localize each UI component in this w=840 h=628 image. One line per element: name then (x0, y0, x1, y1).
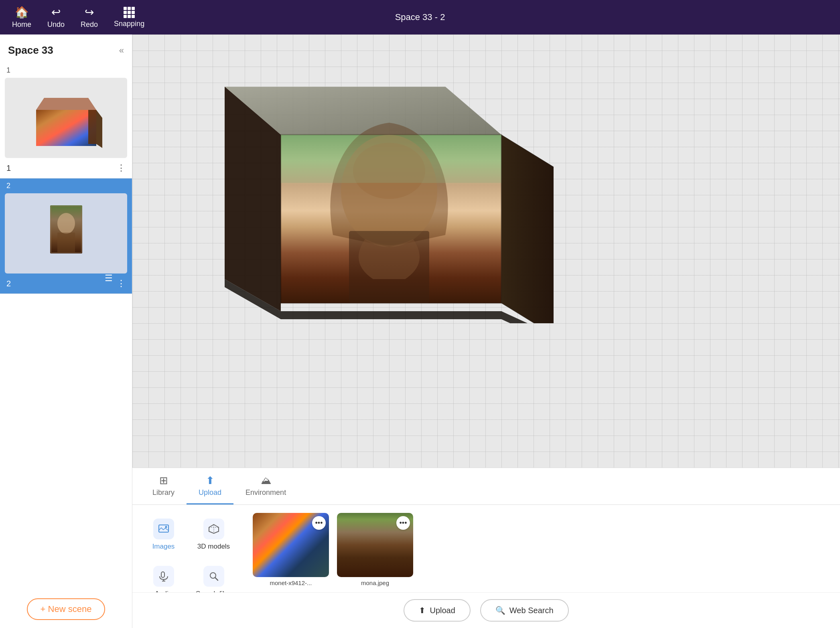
tab-library[interactable]: ⊞ Library (140, 468, 187, 504)
scene-list: 1 (0, 63, 132, 590)
home-icon: 🏠 (15, 6, 29, 19)
scene1-label: 1 (6, 164, 11, 173)
snapping-label: Snapping (114, 20, 144, 28)
svg-point-7 (57, 213, 75, 234)
category-panel: Images 3D models (132, 505, 245, 592)
svg-point-24 (165, 526, 167, 528)
svg-marker-0 (36, 98, 96, 110)
svg-rect-17 (281, 135, 501, 183)
tab-library-label: Library (152, 488, 174, 497)
category-images[interactable]: Images (140, 513, 187, 556)
web-search-icon: 🔍 (495, 606, 505, 615)
file-thumb-monet: ••• (253, 513, 329, 577)
tab-upload[interactable]: ⬆ Upload (187, 468, 233, 504)
search-files-icon (203, 566, 224, 587)
category-audio[interactable]: Audio (140, 560, 187, 592)
svg-rect-8 (57, 233, 75, 253)
scene-thumbnail-1 (5, 78, 127, 158)
scene2-footer: 2 ☰ ⋮ (0, 275, 132, 294)
scene-item-1[interactable]: 1 (0, 63, 132, 178)
tab-environment-label: Environment (246, 488, 286, 497)
svg-marker-18 (501, 135, 554, 323)
scene2-label: 2 (6, 279, 11, 288)
scene1-footer: 1 ⋮ (0, 160, 132, 178)
3d-models-label: 3D models (197, 543, 230, 551)
undo-icon: ↩ (51, 6, 61, 19)
scene-number-1: 1 (0, 63, 132, 76)
3d-cube-scene (172, 55, 554, 323)
action-bar: ⬆ Upload 🔍 Web Search (132, 592, 840, 628)
svg-marker-3 (88, 110, 96, 144)
audio-icon (153, 566, 174, 587)
monet-more-button[interactable]: ••• (312, 516, 326, 530)
scene-thumbnail-2 (5, 193, 127, 273)
tab-upload-label: Upload (199, 488, 221, 497)
category-3d-models[interactable]: 3D models (191, 513, 237, 556)
library-icon: ⊞ (159, 474, 168, 487)
sidebar: Space 33 « 1 (0, 34, 132, 628)
svg-rect-25 (161, 572, 164, 577)
files-area: ••• monet-x9412-... ••• mona.jpeg (245, 505, 840, 592)
scene2-thumbnail-svg (22, 197, 110, 269)
monet-filename: monet-x9412-... (253, 579, 329, 586)
panel-content: Images 3D models (132, 505, 840, 592)
undo-button[interactable]: ↩ Undo (47, 6, 65, 29)
snapping-icon (124, 7, 135, 18)
scene1-thumbnail-svg (22, 82, 110, 154)
upload-arrow-icon: ⬆ (419, 606, 426, 615)
redo-icon: ↪ (85, 6, 94, 19)
scene1-menu-button[interactable]: ⋮ (117, 163, 126, 173)
file-thumb-mona: ••• (337, 513, 413, 577)
app-title: Space 33 - 2 (395, 12, 445, 22)
scene-list-view-icon: ☰ (105, 273, 113, 284)
panel-tabs: ⊞ Library ⬆ Upload ⛰ Environment (132, 468, 840, 505)
main-layout: Space 33 « 1 (0, 34, 840, 628)
mona-more-button[interactable]: ••• (396, 516, 410, 530)
images-label: Images (152, 543, 175, 551)
sidebar-header: Space 33 « (0, 34, 132, 63)
file-card-mona[interactable]: ••• mona.jpeg (337, 513, 413, 586)
svg-line-29 (215, 577, 218, 580)
canvas-area: ⊞ Library ⬆ Upload ⛰ Environment (132, 34, 840, 628)
scene2-menu-button[interactable]: ⋮ (117, 278, 126, 289)
svg-rect-2 (36, 110, 96, 146)
upload-label: Upload (430, 606, 455, 615)
svg-marker-4 (96, 110, 102, 148)
redo-button[interactable]: ↪ Redo (81, 6, 98, 29)
upload-icon: ⬆ (206, 474, 215, 487)
home-button[interactable]: 🏠 Home (12, 6, 31, 29)
scene-number-2: 2 (0, 178, 132, 192)
category-search-files[interactable]: Search files (191, 560, 237, 592)
file-card-monet[interactable]: ••• monet-x9412-... (253, 513, 329, 586)
header-nav: 🏠 Home ↩ Undo ↪ Redo Snapping (12, 6, 144, 29)
undo-label: Undo (47, 20, 65, 29)
app-header: 🏠 Home ↩ Undo ↪ Redo Snapping Space 33 -… (0, 0, 840, 34)
new-scene-button[interactable]: + New scene (27, 598, 106, 620)
home-label: Home (12, 20, 31, 29)
upload-button[interactable]: ⬆ Upload (404, 599, 470, 622)
web-search-label: Web Search (509, 606, 554, 615)
bottom-panel: ⊞ Library ⬆ Upload ⛰ Environment (132, 468, 840, 628)
3d-models-icon (203, 519, 224, 539)
canvas-viewport[interactable] (132, 34, 840, 468)
images-icon (153, 519, 174, 539)
mona-filename: mona.jpeg (337, 579, 413, 586)
web-search-button[interactable]: 🔍 Web Search (480, 599, 569, 622)
sidebar-title: Space 33 (8, 44, 53, 57)
collapse-sidebar-button[interactable]: « (119, 45, 124, 56)
environment-icon: ⛰ (261, 474, 271, 487)
scene-item-2[interactable]: 2 (0, 178, 132, 294)
snapping-button[interactable]: Snapping (114, 7, 144, 28)
redo-label: Redo (81, 20, 98, 29)
tab-environment[interactable]: ⛰ Environment (233, 468, 298, 504)
